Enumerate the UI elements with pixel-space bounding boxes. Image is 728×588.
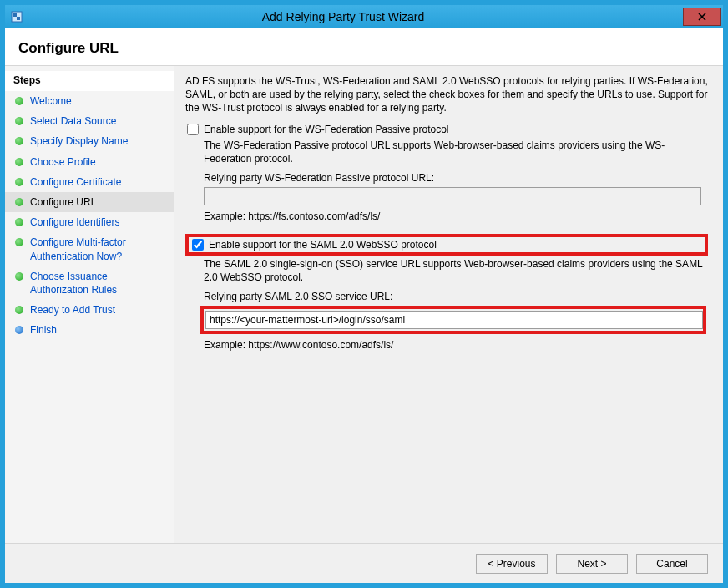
step-label: Configure Certificate: [30, 175, 121, 189]
step-label: Specify Display Name: [30, 134, 128, 148]
saml-checkbox-label: Enable support for the SAML 2.0 WebSSO p…: [209, 239, 437, 251]
bullet-icon: [15, 117, 23, 125]
svg-rect-2: [17, 17, 20, 20]
wsfed-url-input[interactable]: [204, 187, 701, 205]
step-ready-to-add-trust[interactable]: Ready to Add Trust: [5, 300, 174, 320]
bullet-icon: [15, 137, 23, 145]
step-finish[interactable]: Finish: [5, 320, 174, 340]
saml-url-label: Relying party SAML 2.0 SSO service URL:: [204, 291, 708, 302]
saml-checkbox[interactable]: [192, 239, 204, 251]
steps-sidebar: Steps Welcome Select Data Source Specify…: [5, 66, 174, 543]
wizard-window: Add Relying Party Trust Wizard Configure…: [0, 0, 728, 588]
step-label: Select Data Source: [30, 114, 116, 128]
bullet-icon: [15, 238, 23, 246]
step-label: Configure Multi-factor Authentication No…: [30, 236, 165, 262]
next-button[interactable]: Next >: [556, 554, 628, 574]
step-select-data-source[interactable]: Select Data Source: [5, 111, 174, 131]
wsfed-checkbox[interactable]: [187, 124, 199, 135]
step-configure-identifiers[interactable]: Configure Identifiers: [5, 212, 174, 232]
saml-example: Example: https://www.contoso.com/adfs/ls…: [204, 339, 708, 351]
page-title: Configure URL: [18, 40, 710, 57]
bullet-icon: [15, 97, 23, 105]
bullet-icon: [15, 326, 23, 334]
step-welcome[interactable]: Welcome: [5, 91, 174, 111]
content-panel: AD FS supports the WS-Trust, WS-Federati…: [174, 66, 723, 543]
wsfed-description: The WS-Federation Passive protocol URL s…: [204, 139, 708, 165]
saml-url-highlight: [200, 306, 706, 334]
previous-button[interactable]: < Previous: [476, 554, 548, 574]
bullet-icon: [15, 158, 23, 166]
bullet-icon: [15, 272, 23, 281]
wsfed-checkbox-label: Enable support for the WS-Federation Pas…: [204, 124, 448, 135]
step-choose-profile[interactable]: Choose Profile: [5, 152, 174, 172]
close-button[interactable]: [683, 8, 721, 26]
svg-rect-1: [13, 13, 17, 17]
body: Steps Welcome Select Data Source Specify…: [5, 66, 723, 543]
saml-description: The SAML 2.0 single-sign-on (SSO) servic…: [204, 257, 708, 284]
app-icon: [10, 10, 23, 23]
step-choose-issuance-rules[interactable]: Choose Issuance Authorization Rules: [5, 266, 174, 300]
step-label: Configure URL: [30, 195, 96, 209]
bullet-icon: [15, 218, 23, 226]
step-configure-url[interactable]: Configure URL: [5, 192, 174, 212]
bullet-icon: [15, 178, 23, 186]
cancel-button[interactable]: Cancel: [636, 554, 708, 574]
step-configure-certificate[interactable]: Configure Certificate: [5, 172, 174, 192]
saml-url-input[interactable]: [205, 311, 703, 329]
step-label: Ready to Add Trust: [30, 303, 115, 317]
window-title: Add Relying Party Trust Wizard: [28, 10, 683, 23]
wsfed-checkbox-row: Enable support for the WS-Federation Pas…: [185, 124, 708, 135]
step-specify-display-name[interactable]: Specify Display Name: [5, 131, 174, 151]
titlebar: Add Relying Party Trust Wizard: [5, 5, 723, 28]
step-label: Choose Profile: [30, 155, 96, 169]
saml-checkbox-highlight: Enable support for the SAML 2.0 WebSSO p…: [185, 234, 708, 256]
bullet-icon: [15, 198, 23, 206]
wsfed-url-label: Relying party WS-Federation Passive prot…: [204, 172, 708, 184]
steps-heading: Steps: [5, 71, 174, 91]
wsfed-example: Example: https://fs.contoso.com/adfs/ls/: [204, 210, 708, 222]
page-header: Configure URL: [5, 28, 723, 66]
step-label: Finish: [30, 323, 57, 337]
bullet-icon: [15, 306, 23, 314]
saml-checkbox-row: Enable support for the SAML 2.0 WebSSO p…: [190, 239, 703, 251]
step-label: Choose Issuance Authorization Rules: [30, 270, 165, 297]
step-label: Welcome: [30, 94, 72, 108]
step-configure-mfa[interactable]: Configure Multi-factor Authentication No…: [5, 232, 174, 266]
step-label: Configure Identifiers: [30, 215, 119, 229]
button-row: < Previous Next > Cancel: [5, 543, 723, 583]
intro-text: AD FS supports the WS-Trust, WS-Federati…: [185, 74, 708, 115]
